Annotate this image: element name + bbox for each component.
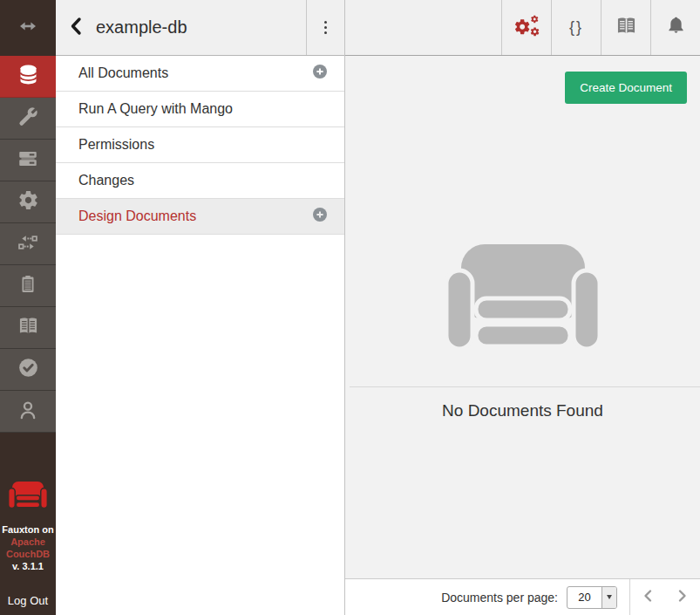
gear-icon (17, 189, 39, 215)
api-gears-icon (512, 14, 541, 42)
databases-icon (17, 147, 39, 174)
replication-icon (17, 231, 39, 257)
brand-line-1: Fauxton on (2, 523, 53, 536)
brand-line-2: Apache (2, 536, 53, 548)
database-panel: example-db All Documents Run A Query wit… (56, 0, 345, 615)
notifications-bell-icon (665, 15, 687, 40)
couchdb-logo (8, 482, 48, 512)
per-page-label: Documents per page: (441, 591, 558, 605)
add-new-icon[interactable] (313, 208, 327, 225)
wrench-icon (17, 106, 39, 131)
version-info: Fauxton on Apache CouchDB v. 3.1.1 (2, 523, 53, 572)
database-options-button[interactable] (306, 0, 344, 55)
menu-item-label: Permissions (78, 137, 154, 153)
next-page-button[interactable] (665, 579, 700, 615)
database-title: example-db (96, 0, 306, 55)
sidebar-footer: Fauxton on Apache CouchDB v. 3.1.1 Log O… (0, 433, 56, 615)
brand-line-3: CouchDB (2, 548, 53, 560)
menu-item-label: All Documents (78, 65, 168, 81)
sidebar-item-databases-list[interactable] (0, 140, 56, 181)
database-icon (17, 63, 40, 90)
previous-page-button[interactable] (630, 579, 665, 615)
per-page-value: 20 (567, 587, 601, 608)
menu-item-changes[interactable]: Changes (56, 163, 344, 199)
sidebar-item-replication[interactable] (0, 223, 56, 265)
api-url-button[interactable] (501, 0, 551, 55)
database-menu: All Documents Run A Query with Mango Per… (56, 56, 344, 615)
couch-icon (445, 244, 601, 354)
menu-item-design-documents[interactable]: Design Documents (56, 199, 344, 235)
active-tasks-clipboard-icon (17, 274, 38, 298)
version-number: v. 3.1.1 (2, 560, 53, 572)
chevron-right-icon (676, 589, 689, 606)
menu-item-label: Changes (78, 173, 134, 188)
create-document-button[interactable]: Create Document (565, 72, 687, 104)
main-header-toolbar: {} (345, 0, 700, 56)
sidebar-item-setup[interactable] (0, 98, 56, 140)
back-button[interactable] (56, 0, 96, 55)
primary-sidebar: Fauxton on Apache CouchDB v. 3.1.1 Log O… (0, 0, 56, 615)
main-area: {} Create Document (345, 0, 700, 615)
select-dropdown-arrow-icon (601, 587, 616, 608)
notifications-button[interactable] (650, 0, 700, 55)
json-braces-icon: {} (569, 18, 583, 37)
sidebar-item-configuration[interactable] (0, 181, 56, 223)
menu-item-all-documents[interactable]: All Documents (56, 56, 344, 92)
menu-item-label: Design Documents (78, 208, 196, 224)
sidebar-item-documentation[interactable] (0, 307, 56, 349)
database-panel-header: example-db (56, 0, 344, 56)
pagination-footer: Documents per page: 20 (345, 578, 700, 615)
json-view-button[interactable]: {} (551, 0, 601, 55)
sidebar-item-databases[interactable] (0, 56, 56, 98)
add-new-icon[interactable] (313, 65, 327, 82)
verify-check-icon (17, 356, 40, 383)
menu-item-label: Run A Query with Mango (78, 101, 233, 117)
empty-state-message: No Documents Found (345, 401, 700, 420)
documentation-button[interactable] (601, 0, 650, 55)
documentation-book-icon (615, 14, 638, 41)
sidebar-item-account[interactable] (0, 391, 56, 433)
resize-arrow-icon (15, 16, 41, 40)
menu-item-mango-query[interactable]: Run A Query with Mango (56, 92, 344, 127)
logout-link[interactable]: Log Out (8, 594, 48, 607)
sidebar-resize-toggle[interactable] (0, 0, 56, 56)
kebab-menu-icon (324, 21, 328, 35)
documents-content: Create Document No Documents Found (345, 56, 700, 578)
sidebar-item-active-tasks[interactable] (0, 265, 56, 307)
sidebar-item-verify[interactable] (0, 349, 56, 391)
content-divider (350, 386, 700, 387)
per-page-select[interactable]: 20 (567, 586, 617, 609)
documentation-book-icon (17, 314, 40, 341)
user-icon (17, 399, 39, 425)
menu-item-permissions[interactable]: Permissions (56, 127, 344, 163)
chevron-left-icon (67, 17, 85, 39)
chevron-left-icon (642, 589, 654, 606)
